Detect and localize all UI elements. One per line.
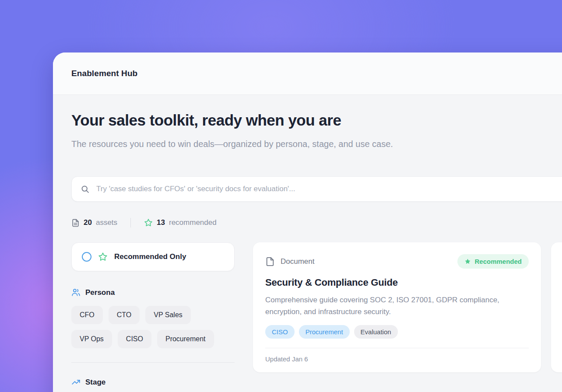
recommended-count: 13 <box>157 218 165 227</box>
search-icon <box>81 185 90 194</box>
badge-star-icon <box>464 258 471 265</box>
recommended-only-toggle[interactable]: Recommended Only <box>71 242 235 271</box>
persona-section: Persona CFO CTO VP Sales VP Ops CISO Pro… <box>71 288 235 348</box>
page-title: Your sales toolkit, ready when you are <box>71 112 562 129</box>
persona-chips: CFO CTO VP Sales VP Ops CISO Procurement <box>71 306 235 348</box>
card-updated: Updated Jan 6 <box>265 355 308 363</box>
persona-chip-procurement[interactable]: Procurement <box>157 330 214 348</box>
main-content: Your sales toolkit, ready when you are T… <box>53 95 562 387</box>
card-type-label: Document <box>281 257 314 266</box>
stage-label: Stage <box>85 378 105 387</box>
search-bar <box>71 176 562 202</box>
radio-circle-icon[interactable] <box>82 252 91 262</box>
search-input[interactable] <box>96 185 562 193</box>
recommended-stat: 13 recommended <box>144 218 217 227</box>
persona-chip-cto[interactable]: CTO <box>109 306 140 324</box>
sidebar-divider <box>71 362 235 363</box>
tag-ciso: CISO <box>265 325 295 339</box>
card-footer: Updated Jan 6 <box>265 348 529 363</box>
app-header: Enablement Hub <box>53 52 562 95</box>
tag-procurement: Procurement <box>299 325 350 339</box>
stage-header: Stage <box>71 378 235 387</box>
recommended-only-label: Recommended Only <box>114 252 186 261</box>
assets-stat: 20 assets <box>71 218 117 227</box>
app-title: Enablement Hub <box>71 69 137 78</box>
recommended-badge: Recommended <box>457 254 529 269</box>
card-top-row: Document Recommended <box>265 254 529 269</box>
card-type: Document <box>265 257 314 266</box>
page-subtitle: The resources you need to win deals—orga… <box>71 136 435 152</box>
persona-chip-vp-ops[interactable]: VP Ops <box>71 330 112 348</box>
card-tags: CISO Procurement Evaluation <box>265 325 529 339</box>
card-title: Security & Compliance Guide <box>265 277 529 288</box>
star-icon <box>98 252 108 262</box>
stats-row: 20 assets 13 recommended <box>71 218 562 228</box>
stage-section: Stage <box>71 378 235 387</box>
card-description: Comprehensive guide covering SOC 2, ISO … <box>265 294 519 318</box>
recommended-label: recommended <box>169 218 217 227</box>
persona-chip-ciso[interactable]: CISO <box>118 330 151 348</box>
badge-label: Recommended <box>474 258 522 265</box>
persona-header: Persona <box>71 288 235 297</box>
users-icon <box>71 288 81 297</box>
persona-label: Persona <box>85 288 115 297</box>
persona-chip-cfo[interactable]: CFO <box>71 306 103 324</box>
stats-divider <box>130 218 131 228</box>
content-grid: Recommended Only Persona CFO <box>71 242 562 387</box>
assets-count: 20 <box>84 218 92 227</box>
trending-up-icon <box>71 378 81 387</box>
filters-sidebar: Recommended Only Persona CFO <box>71 242 235 387</box>
asset-card[interactable]: Document Recommended Security & Complian… <box>253 242 541 372</box>
persona-chip-vp-sales[interactable]: VP Sales <box>145 306 191 324</box>
file-text-icon <box>71 219 80 227</box>
file-icon <box>265 257 275 266</box>
asset-card-partial[interactable] <box>551 242 562 372</box>
tag-evaluation: Evaluation <box>354 325 398 339</box>
app-window: Enablement Hub Your sales toolkit, ready… <box>53 52 562 392</box>
assets-label: assets <box>96 218 117 227</box>
star-outline-icon <box>144 218 153 227</box>
